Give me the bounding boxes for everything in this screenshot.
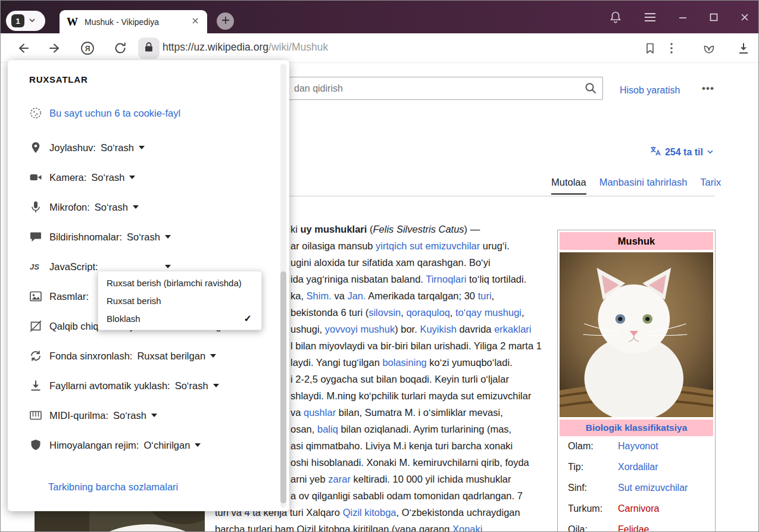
chevron-down-icon [707, 147, 714, 158]
infobox-value-link[interactable]: Felidae [618, 524, 649, 532]
notifications-icon[interactable] [610, 11, 621, 24]
new-tab-button[interactable] [217, 12, 234, 30]
browser-tab[interactable]: W Mushuk - Vikipediya [60, 10, 207, 33]
more-menu-icon[interactable] [670, 42, 673, 55]
menu-item[interactable]: Ruxsat berish [98, 292, 261, 309]
reload-icon[interactable] [113, 41, 127, 55]
page-tab-mutolaa[interactable]: Mutolaa [551, 177, 586, 195]
caret-down-icon[interactable] [165, 235, 171, 239]
article-text-line: ushugi, yovvoyi mushuk) bor. Kuyikish da… [291, 321, 555, 337]
search-input[interactable] [268, 77, 603, 100]
permission-value-dropdown[interactable]: Oʻchirilgan [143, 440, 190, 451]
wiki-link[interactable]: Kuyikish [420, 324, 456, 334]
close-icon[interactable] [741, 13, 749, 21]
article-text-line: arni yeb zarar keltiradi. 10 000 yil ich… [291, 471, 555, 487]
infobox-value-link[interactable]: Carnivora [618, 503, 659, 514]
search-icon[interactable] [584, 82, 597, 97]
wiki-link[interactable]: zarar [328, 474, 351, 484]
infobox-value-link[interactable]: Sut emizuvchilar [618, 483, 688, 493]
article-body: ki uy mushuklari (Felis Silvestris Catus… [291, 221, 555, 532]
wiki-link[interactable]: sut emizuvchilar [410, 240, 480, 251]
permission-value-dropdown[interactable]: Soʻrash [91, 172, 124, 183]
address-bar[interactable]: https://uz.wikipedia.org/wiki/Mushuk [163, 41, 328, 54]
caret-down-icon[interactable] [195, 443, 201, 447]
wikipedia-favicon: W [67, 15, 78, 29]
permission-label: MIDI-qurilma: [49, 410, 108, 421]
maximize-icon[interactable] [710, 13, 718, 21]
wiki-link[interactable]: qoraquloq [406, 307, 449, 318]
panel-scrollbar-thumb[interactable] [280, 271, 286, 503]
yandex-icon[interactable]: Я [80, 40, 95, 56]
lock-icon [143, 41, 155, 55]
user-menu-dots[interactable]: ••• [702, 83, 714, 95]
menu-item[interactable]: Bloklash✓ [98, 309, 261, 327]
all-content-settings-link[interactable]: Tarkibning barcha sozlamalari [48, 481, 178, 493]
download-icon [29, 379, 42, 392]
infobox-value-link[interactable]: Hayvonot [618, 441, 658, 452]
create-account-link[interactable]: Hisob yaratish [620, 85, 680, 96]
permission-value-dropdown[interactable]: Soʻrash [95, 202, 128, 213]
wiki-link[interactable]: Shim. [307, 290, 332, 301]
browser-toolbar: Я https://uz.wikipedia.org/wiki/Mushuk [1, 33, 758, 63]
menu-item-label: Ruxsat berish (birlamchi ravishda) [107, 278, 242, 288]
text-segment: shlaydi. M.ning koʻpchilik turlari mayda… [291, 390, 531, 401]
text-segment: keltiradi. 10 000 yil ichida mushuklar [351, 474, 511, 484]
tab-group-button[interactable]: 1 [6, 11, 45, 31]
panel-scrollbar-track[interactable] [280, 64, 286, 508]
camera-icon [29, 171, 42, 184]
back-arrow-icon[interactable] [15, 40, 30, 56]
wiki-link[interactable]: bolasining [382, 357, 426, 368]
permission-value-dropdown[interactable]: Soʻrash [113, 410, 146, 421]
wiki-link[interactable]: turi [478, 290, 492, 301]
wiki-link[interactable]: Jan. [347, 290, 366, 301]
caret-down-icon[interactable] [139, 146, 145, 149]
site-permissions-lock-button[interactable] [138, 37, 160, 59]
bookmark-icon[interactable] [644, 42, 657, 55]
menu-item[interactable]: Ruxsat berish (birlamchi ravishda) [98, 274, 261, 292]
wiki-link[interactable]: Qizil kitobga [343, 507, 396, 518]
wiki-link[interactable]: erkaklari [494, 324, 531, 334]
language-selector-button[interactable]: 254 ta til [649, 145, 714, 159]
permission-value-dropdown[interactable]: Soʻrash [101, 142, 134, 154]
permission-value-dropdown[interactable]: Soʻrash [127, 231, 160, 243]
javascript-icon: JS [29, 260, 42, 273]
infobox-row: Tip:Xordalilar [560, 457, 713, 478]
menu-icon[interactable] [644, 12, 656, 22]
cookies-row[interactable]: Bu sayt uchun 6 ta cookie-fayl [29, 107, 180, 120]
collections-icon[interactable] [702, 41, 716, 55]
wiki-link[interactable]: Tirnoqlari [426, 274, 466, 284]
language-icon [649, 145, 661, 159]
close-tab-icon[interactable] [190, 16, 200, 28]
permission-value-dropdown[interactable]: Ruxsat berilgan [137, 351, 205, 362]
check-icon: ✓ [244, 313, 252, 324]
text-segment: davrida [457, 324, 494, 334]
wiki-link[interactable]: silovsin [368, 307, 401, 318]
permission-label: JavaScript: [49, 261, 98, 273]
forward-arrow-icon[interactable] [48, 40, 63, 56]
caret-down-icon[interactable] [133, 205, 139, 209]
caret-down-icon[interactable] [213, 384, 219, 387]
text-segment: ugini aloxida tur sifatida xam qarashgan… [291, 257, 491, 268]
page-tab-manbasini-tahrirlash[interactable]: Manbasini tahrirlash [599, 177, 688, 195]
wiki-link[interactable]: Xonaki [452, 524, 482, 532]
permission-value-dropdown[interactable]: Soʻrash [175, 380, 208, 392]
download-icon[interactable] [736, 41, 751, 55]
tabs-divider [257, 196, 715, 196]
page-tab-tarix[interactable]: Tarix [700, 177, 721, 195]
location-icon [29, 141, 42, 154]
wiki-link[interactable]: baliq [317, 424, 338, 434]
wiki-link[interactable]: qushlar [304, 407, 336, 418]
minimize-icon[interactable] [679, 13, 687, 21]
caret-down-icon[interactable] [151, 414, 157, 417]
caret-down-icon[interactable] [210, 354, 216, 358]
wiki-link[interactable]: yirtqich [376, 240, 407, 251]
wiki-link[interactable]: yovvoyi mushuk [325, 324, 395, 334]
wiki-link[interactable]: toʻqay mushugi [455, 307, 521, 318]
kitten-photo[interactable] [560, 252, 713, 417]
cookies-link[interactable]: Bu sayt uchun 6 ta cookie-fayl [49, 108, 180, 119]
infobox-section-header[interactable]: Biologik klassifikatsiya [560, 420, 713, 436]
caret-down-icon[interactable] [129, 176, 135, 179]
caret-down-icon[interactable] [165, 265, 171, 268]
midi-icon [29, 409, 42, 422]
infobox-value-link[interactable]: Xordalilar [618, 462, 658, 472]
